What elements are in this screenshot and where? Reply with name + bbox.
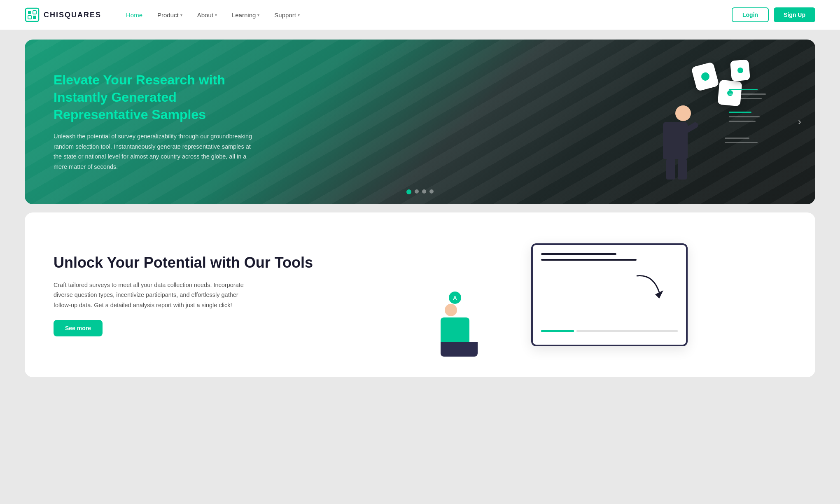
login-button[interactable]: Login bbox=[732, 7, 769, 22]
nav-about[interactable]: About ▾ bbox=[197, 12, 217, 19]
section2-title: Unlock Your Potential with Our Tools bbox=[54, 253, 408, 272]
person2-head bbox=[445, 304, 457, 316]
section2-person: A bbox=[441, 304, 478, 357]
person-leg-right bbox=[678, 159, 687, 180]
speech-bubble: A bbox=[449, 292, 461, 304]
hero-text-block: Elevate Your Research with Instantly Gen… bbox=[54, 72, 259, 172]
person2-with-bubble: A bbox=[441, 304, 478, 316]
section2-illustration: A bbox=[432, 237, 786, 352]
deco-line-bottom-1 bbox=[725, 138, 749, 139]
person-legs bbox=[666, 159, 691, 180]
hero-carousel: Elevate Your Research with Instantly Gen… bbox=[25, 40, 815, 204]
hero-person-figure bbox=[663, 105, 691, 180]
hero-description: Unleash the potential of survey generali… bbox=[54, 131, 259, 172]
carousel-next-arrow[interactable]: › bbox=[792, 114, 807, 129]
brand-name: CHISQUARES bbox=[44, 11, 101, 19]
svg-rect-2 bbox=[33, 11, 36, 14]
navbar: CHISQUARES Home Product ▾ About ▾ Learni… bbox=[0, 0, 840, 30]
progress-bar-teal bbox=[541, 330, 574, 332]
hero-illustration bbox=[630, 56, 774, 188]
svg-rect-4 bbox=[33, 16, 36, 19]
learning-chevron-icon: ▾ bbox=[257, 13, 259, 17]
deco-line-teal-2 bbox=[729, 112, 751, 113]
progress-bar-gray bbox=[576, 330, 678, 332]
hero-title: Elevate Your Research with Instantly Gen… bbox=[54, 72, 259, 123]
section2: Unlock Your Potential with Our Tools Cra… bbox=[25, 212, 815, 377]
person-body bbox=[663, 122, 688, 159]
section2-description: Craft tailored surveys to meet all your … bbox=[54, 280, 251, 310]
carousel-dot-2[interactable] bbox=[415, 189, 419, 194]
monitor-progress-bars bbox=[541, 330, 678, 332]
see-more-button[interactable]: See more bbox=[54, 320, 103, 336]
nav-product[interactable]: Product ▾ bbox=[157, 12, 182, 19]
floating-card-1 bbox=[691, 62, 719, 91]
person-head bbox=[675, 105, 691, 121]
deco-line-bottom-2 bbox=[725, 142, 758, 143]
nav-support[interactable]: Support ▾ bbox=[274, 12, 300, 19]
floating-card-3 bbox=[730, 59, 750, 82]
deco-line-teal-1 bbox=[729, 89, 758, 90]
deco-lines-group-2 bbox=[729, 112, 766, 122]
deco-line-gray-3 bbox=[729, 116, 760, 117]
svg-rect-0 bbox=[26, 8, 39, 21]
person-arm bbox=[679, 121, 699, 136]
card-dot-1 bbox=[700, 72, 710, 82]
deco-line-gray-1 bbox=[729, 93, 766, 95]
person2-legs bbox=[441, 342, 478, 357]
signup-button[interactable]: Sign Up bbox=[774, 7, 815, 22]
nav-links: Home Product ▾ About ▾ Learning ▾ Suppor… bbox=[126, 12, 732, 19]
main-content: Elevate Your Research with Instantly Gen… bbox=[0, 30, 840, 387]
monitor-line-1 bbox=[541, 253, 616, 255]
svg-rect-3 bbox=[28, 16, 31, 19]
svg-rect-1 bbox=[28, 11, 31, 14]
carousel-dots bbox=[406, 189, 434, 194]
carousel-dot-3[interactable] bbox=[422, 189, 426, 194]
nav-home[interactable]: Home bbox=[126, 12, 142, 19]
about-chevron-icon: ▾ bbox=[215, 13, 217, 17]
card-dot-3 bbox=[737, 67, 743, 73]
section2-text: Unlock Your Potential with Our Tools Cra… bbox=[54, 253, 408, 337]
deco-line-gray-2 bbox=[729, 98, 762, 99]
monitor-line-2 bbox=[541, 259, 637, 261]
nav-actions: Login Sign Up bbox=[732, 7, 815, 22]
monitor-mockup bbox=[531, 243, 688, 346]
hero-deco-lines-right bbox=[729, 89, 766, 125]
hero-deco-lines-bottom bbox=[725, 138, 758, 147]
monitor-arrow-icon bbox=[632, 270, 665, 303]
deco-line-gray-4 bbox=[729, 121, 756, 122]
person2-body bbox=[441, 317, 469, 342]
support-chevron-icon: ▾ bbox=[298, 13, 300, 17]
person-leg-left bbox=[666, 159, 675, 180]
nav-learning[interactable]: Learning ▾ bbox=[232, 12, 259, 19]
logo-icon bbox=[25, 7, 40, 22]
product-chevron-icon: ▾ bbox=[180, 13, 182, 17]
carousel-dot-4[interactable] bbox=[429, 189, 434, 194]
carousel-dot-1[interactable] bbox=[406, 189, 411, 194]
logo[interactable]: CHISQUARES bbox=[25, 7, 101, 22]
